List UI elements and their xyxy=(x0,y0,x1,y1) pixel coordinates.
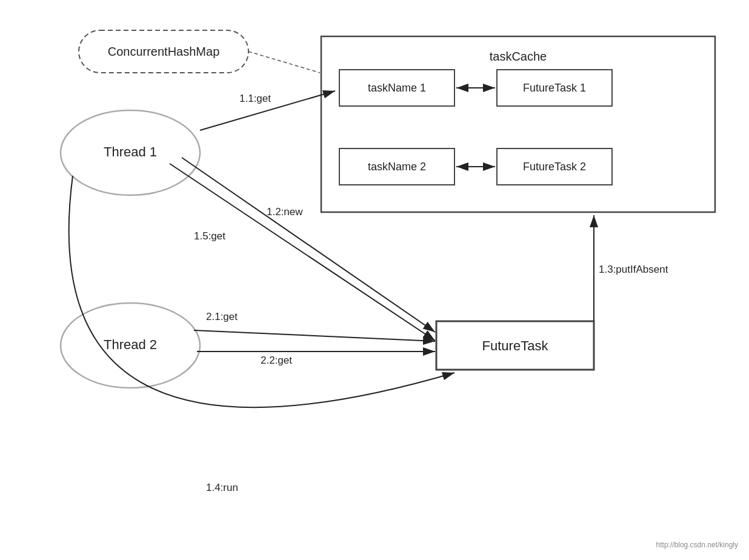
arrow-1-4-label: 1.4:run xyxy=(206,482,238,493)
arrow-1-3-label: 1.3:putIfAbsent xyxy=(599,264,668,275)
arrow-1-2-label: 1.2:new xyxy=(267,206,303,218)
arrow-2-1 xyxy=(194,330,435,341)
arrow-1-5-label: 1.5:get xyxy=(194,230,225,242)
arrow-1-1-label: 1.1:get xyxy=(239,93,271,104)
concurrent-hashmap-label: ConcurrentHashMap xyxy=(108,45,220,58)
watermark: http://blog.csdn.net/kingly xyxy=(656,541,738,549)
future-task-label: FutureTask xyxy=(482,338,549,353)
thread2-label: Thread 2 xyxy=(104,337,157,352)
task-cache-label: taskCache xyxy=(490,50,547,63)
arrow-1-4 xyxy=(69,176,454,407)
diagram-container: ConcurrentHashMap taskCache taskName 1 F… xyxy=(0,0,749,560)
future-task2-label: FutureTask 2 xyxy=(523,161,586,173)
thread1-label: Thread 1 xyxy=(104,144,157,159)
dashed-line-hashmap-cache xyxy=(248,52,320,73)
task-name2-label: taskName 2 xyxy=(368,161,426,173)
future-task1-label: FutureTask 1 xyxy=(523,82,586,94)
task-name1-label: taskName 1 xyxy=(368,82,426,94)
arrow-1-2 xyxy=(182,158,435,332)
arrow-2-1-label: 2.1:get xyxy=(206,311,238,322)
arrow-2-2-label: 2.2:get xyxy=(261,355,292,366)
